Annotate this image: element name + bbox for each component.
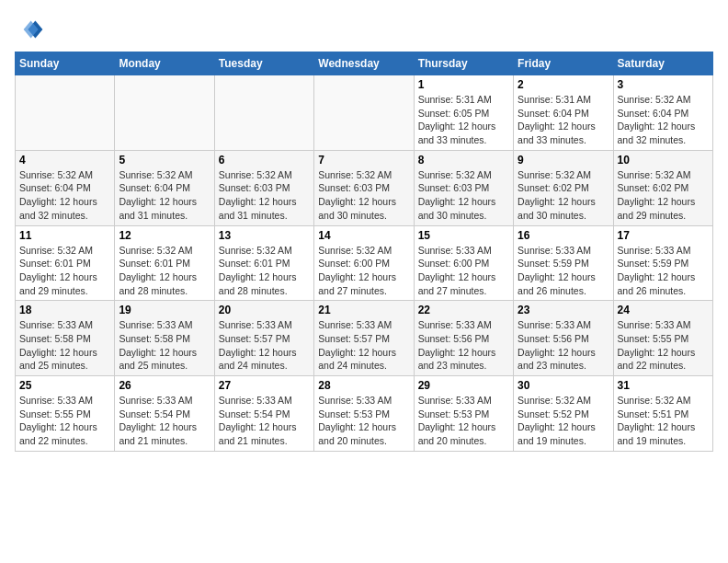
calendar-cell	[115, 75, 214, 151]
calendar-cell: 31Sunrise: 5:32 AMSunset: 5:51 PMDayligh…	[613, 376, 712, 452]
calendar-cell: 28Sunrise: 5:33 AMSunset: 5:53 PMDayligh…	[314, 376, 414, 452]
day-info: Sunrise: 5:32 AMSunset: 6:01 PMDaylight:…	[219, 244, 310, 298]
day-info: Sunrise: 5:32 AMSunset: 5:52 PMDaylight:…	[518, 394, 609, 448]
calendar-cell: 6Sunrise: 5:32 AMSunset: 6:03 PMDaylight…	[214, 150, 313, 225]
day-info: Sunrise: 5:32 AMSunset: 6:03 PMDaylight:…	[318, 168, 409, 223]
logo-icon	[15, 15, 44, 44]
calendar-cell: 3Sunrise: 5:32 AMSunset: 6:04 PMDaylight…	[613, 75, 712, 151]
day-number: 27	[219, 379, 310, 392]
day-number: 15	[418, 229, 509, 242]
day-info: Sunrise: 5:33 AMSunset: 5:56 PMDaylight:…	[418, 318, 509, 373]
calendar-header-wednesday: Wednesday	[314, 52, 414, 75]
calendar-cell: 24Sunrise: 5:33 AMSunset: 5:55 PMDayligh…	[613, 301, 712, 376]
day-info: Sunrise: 5:33 AMSunset: 5:55 PMDaylight:…	[19, 394, 110, 448]
calendar-cell: 22Sunrise: 5:33 AMSunset: 5:56 PMDayligh…	[414, 301, 513, 376]
day-number: 24	[618, 304, 709, 316]
day-info: Sunrise: 5:33 AMSunset: 5:59 PMDaylight:…	[618, 244, 709, 298]
day-number: 3	[618, 78, 709, 91]
calendar-cell: 4Sunrise: 5:32 AMSunset: 6:04 PMDaylight…	[16, 150, 115, 225]
calendar-cell: 9Sunrise: 5:32 AMSunset: 6:02 PMDaylight…	[514, 150, 613, 225]
day-info: Sunrise: 5:33 AMSunset: 5:53 PMDaylight:…	[418, 394, 509, 448]
day-info: Sunrise: 5:31 AMSunset: 6:04 PMDaylight:…	[518, 93, 609, 147]
day-number: 8	[418, 154, 509, 167]
calendar-cell: 15Sunrise: 5:33 AMSunset: 6:00 PMDayligh…	[414, 225, 513, 301]
day-number: 30	[518, 379, 609, 392]
day-info: Sunrise: 5:33 AMSunset: 5:57 PMDaylight:…	[219, 318, 310, 373]
calendar-header-sunday: Sunday	[16, 52, 115, 75]
calendar-cell: 16Sunrise: 5:33 AMSunset: 5:59 PMDayligh…	[514, 225, 613, 301]
day-number: 29	[418, 379, 509, 392]
calendar-week-2: 11Sunrise: 5:32 AMSunset: 6:01 PMDayligh…	[16, 225, 713, 301]
day-info: Sunrise: 5:33 AMSunset: 5:59 PMDaylight:…	[518, 244, 609, 298]
calendar-header-tuesday: Tuesday	[214, 52, 313, 75]
calendar-cell: 18Sunrise: 5:33 AMSunset: 5:58 PMDayligh…	[16, 301, 115, 376]
logo	[15, 15, 48, 44]
day-number: 21	[318, 304, 409, 316]
calendar-cell	[16, 75, 115, 151]
calendar-header-monday: Monday	[115, 52, 214, 75]
day-info: Sunrise: 5:33 AMSunset: 6:00 PMDaylight:…	[418, 244, 509, 298]
day-info: Sunrise: 5:33 AMSunset: 5:54 PMDaylight:…	[119, 394, 210, 448]
calendar-cell: 30Sunrise: 5:32 AMSunset: 5:52 PMDayligh…	[514, 376, 613, 452]
day-number: 2	[518, 78, 609, 91]
calendar-cell: 17Sunrise: 5:33 AMSunset: 5:59 PMDayligh…	[613, 225, 712, 301]
calendar-cell: 25Sunrise: 5:33 AMSunset: 5:55 PMDayligh…	[16, 376, 115, 452]
day-number: 12	[119, 229, 210, 242]
day-info: Sunrise: 5:32 AMSunset: 6:04 PMDaylight:…	[618, 93, 709, 147]
calendar-header-row: SundayMondayTuesdayWednesdayThursdayFrid…	[16, 52, 713, 75]
day-number: 20	[219, 304, 310, 316]
calendar-cell: 10Sunrise: 5:32 AMSunset: 6:02 PMDayligh…	[613, 150, 712, 225]
calendar-cell: 13Sunrise: 5:32 AMSunset: 6:01 PMDayligh…	[214, 225, 313, 301]
day-number: 4	[19, 154, 110, 167]
day-info: Sunrise: 5:32 AMSunset: 6:03 PMDaylight:…	[418, 168, 509, 223]
day-info: Sunrise: 5:33 AMSunset: 5:58 PMDaylight:…	[19, 318, 110, 373]
calendar-cell: 20Sunrise: 5:33 AMSunset: 5:57 PMDayligh…	[214, 301, 313, 376]
calendar-cell: 26Sunrise: 5:33 AMSunset: 5:54 PMDayligh…	[115, 376, 214, 452]
day-number: 11	[19, 229, 110, 242]
day-info: Sunrise: 5:32 AMSunset: 5:51 PMDaylight:…	[618, 394, 709, 448]
page-header	[15, 15, 713, 44]
day-number: 6	[219, 154, 310, 167]
day-number: 1	[418, 78, 509, 91]
day-number: 26	[119, 379, 210, 392]
calendar-header-saturday: Saturday	[613, 52, 712, 75]
day-number: 13	[219, 229, 310, 242]
day-info: Sunrise: 5:32 AMSunset: 6:02 PMDaylight:…	[518, 168, 609, 223]
day-info: Sunrise: 5:32 AMSunset: 6:01 PMDaylight:…	[19, 244, 110, 298]
day-number: 28	[318, 379, 409, 392]
day-number: 14	[318, 229, 409, 242]
day-info: Sunrise: 5:32 AMSunset: 6:03 PMDaylight:…	[219, 168, 310, 223]
calendar-week-1: 4Sunrise: 5:32 AMSunset: 6:04 PMDaylight…	[16, 150, 713, 225]
day-number: 31	[618, 379, 709, 392]
calendar-cell: 12Sunrise: 5:32 AMSunset: 6:01 PMDayligh…	[115, 225, 214, 301]
calendar-week-3: 18Sunrise: 5:33 AMSunset: 5:58 PMDayligh…	[16, 301, 713, 376]
calendar-cell: 29Sunrise: 5:33 AMSunset: 5:53 PMDayligh…	[414, 376, 513, 452]
day-info: Sunrise: 5:32 AMSunset: 6:04 PMDaylight:…	[119, 168, 210, 223]
day-number: 10	[618, 154, 709, 167]
calendar-cell: 7Sunrise: 5:32 AMSunset: 6:03 PMDaylight…	[314, 150, 414, 225]
day-info: Sunrise: 5:32 AMSunset: 6:01 PMDaylight:…	[119, 244, 210, 298]
calendar-cell: 23Sunrise: 5:33 AMSunset: 5:56 PMDayligh…	[514, 301, 613, 376]
calendar-cell: 11Sunrise: 5:32 AMSunset: 6:01 PMDayligh…	[16, 225, 115, 301]
calendar-cell: 8Sunrise: 5:32 AMSunset: 6:03 PMDaylight…	[414, 150, 513, 225]
day-info: Sunrise: 5:32 AMSunset: 6:02 PMDaylight:…	[618, 168, 709, 223]
day-info: Sunrise: 5:31 AMSunset: 6:05 PMDaylight:…	[418, 93, 509, 147]
day-info: Sunrise: 5:33 AMSunset: 5:54 PMDaylight:…	[219, 394, 310, 448]
calendar-cell	[214, 75, 313, 151]
day-info: Sunrise: 5:33 AMSunset: 5:58 PMDaylight:…	[119, 318, 210, 373]
day-info: Sunrise: 5:33 AMSunset: 5:56 PMDaylight:…	[518, 318, 609, 373]
day-info: Sunrise: 5:33 AMSunset: 5:57 PMDaylight:…	[318, 318, 409, 373]
calendar-table: SundayMondayTuesdayWednesdayThursdayFrid…	[15, 52, 713, 452]
day-number: 19	[119, 304, 210, 316]
day-number: 9	[518, 154, 609, 167]
calendar-cell: 1Sunrise: 5:31 AMSunset: 6:05 PMDaylight…	[414, 75, 513, 151]
day-number: 16	[518, 229, 609, 242]
day-number: 18	[19, 304, 110, 316]
calendar-cell	[314, 75, 414, 151]
day-info: Sunrise: 5:33 AMSunset: 5:55 PMDaylight:…	[618, 318, 709, 373]
calendar-cell: 19Sunrise: 5:33 AMSunset: 5:58 PMDayligh…	[115, 301, 214, 376]
calendar-cell: 14Sunrise: 5:32 AMSunset: 6:00 PMDayligh…	[314, 225, 414, 301]
calendar-cell: 5Sunrise: 5:32 AMSunset: 6:04 PMDaylight…	[115, 150, 214, 225]
day-number: 5	[119, 154, 210, 167]
day-number: 17	[618, 229, 709, 242]
